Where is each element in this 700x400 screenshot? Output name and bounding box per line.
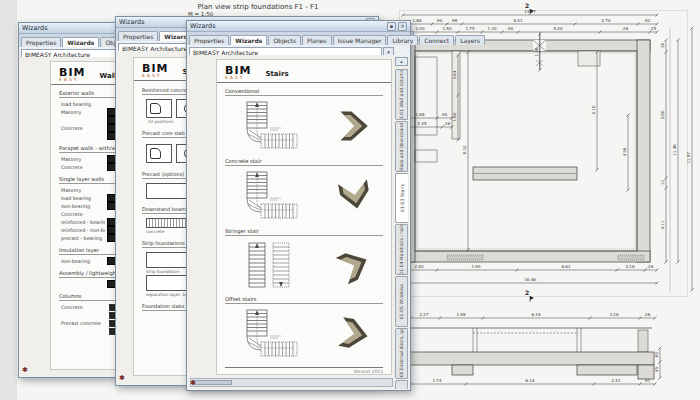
tab-properties[interactable]: Properties [21,37,61,47]
svg-text:.26: .26 [647,264,654,269]
wall-type-label: non-bearing [61,204,105,209]
svg-text:.90: .90 [436,18,443,23]
scrollbar-thumb[interactable] [192,380,232,385]
wall-type-label: load bearing [61,196,105,201]
svg-text:.90: .90 [507,26,514,31]
svg-text:11.97: 11.97 [686,152,691,164]
side-tab-01-01[interactable]: 01-01 Wall and columns [395,69,408,120]
svg-text:.25: .25 [650,26,657,31]
svg-text:2: 2 [525,2,529,9]
side-tab-01-06[interactable]: 01-06 External doors, gates [395,328,408,379]
svg-text:1.88: 1.88 [416,112,425,117]
close-icon[interactable]: ✕ [398,22,407,31]
svg-text:5.10: 5.10 [591,105,596,114]
svg-text:16.46: 16.46 [524,277,536,282]
svg-text:3.64: 3.64 [452,70,457,79]
svg-text:2: 2 [525,289,529,296]
tab-planes[interactable]: Planes [302,35,332,45]
stair-plan-diagram[interactable] [237,170,301,222]
window-title: Wizards [119,17,145,27]
stair-arrow-icon[interactable] [335,245,375,285]
svg-text:.26: .26 [644,312,651,317]
wall-type-label: Concrete [61,212,105,217]
stair-arrow-icon[interactable] [335,176,375,216]
wizards-window-stairs: Wizards ▪ ✕ PropertiesWizardsObjectsPlan… [186,20,411,391]
side-tab-01-03[interactable]: 01-03 Stairs [395,173,408,224]
svg-text:1.75: 1.75 [466,26,475,31]
svg-text:.60: .60 [654,351,659,358]
svg-text:.92: .92 [644,18,651,23]
svg-text:2.41: 2.41 [612,378,621,383]
tab-objects[interactable]: Objects [268,35,301,45]
wall-type-label: Concrete [61,305,105,310]
svg-text:4.56: 4.56 [622,147,627,156]
svg-text:.98: .98 [451,18,458,23]
panel-title: Stairs [265,70,288,80]
stair-plan-diagram[interactable] [237,240,301,290]
side-tab-label: 01-03 Stairs [400,184,405,212]
svg-text:3.80: 3.80 [660,110,665,119]
svg-text:1.86: 1.86 [413,18,422,23]
tab-layers[interactable]: Layers [455,35,485,45]
stair-section-stringer: Stringer stair [217,228,391,291]
svg-text:1.36: 1.36 [534,47,539,56]
svg-text:.45: .45 [654,366,659,373]
side-tab-01-04[interactable]: 01-04 Handrails / rails [395,224,408,275]
svg-text:1.90: 1.90 [472,264,481,269]
wall-type-label: Masonry [61,157,105,162]
stair-plan-diagram[interactable] [237,308,301,360]
tab-wizards[interactable]: Wizards [62,37,99,47]
canvas-left-margin [0,0,17,400]
application-stage: 13.271.86.90.988.012.70.922.401.501.751.… [0,0,700,400]
svg-text:2.27: 2.27 [420,312,429,317]
wall-type-label: reinforced - non-bearing [61,228,105,233]
tab-wizards[interactable]: Wizards [230,35,267,45]
svg-text:4.11: 4.11 [660,220,665,229]
svg-text:1.50: 1.50 [443,26,452,31]
side-tab-label: 01-02 Slabs and downstand beams [399,121,404,172]
tab-library[interactable]: Library [387,35,418,45]
svg-text:6.61: 6.61 [562,264,571,269]
wizard-content: BIM EASY Stairs Conventional Concrete st… [188,55,409,389]
wizard-side-tab-strip: ▴ 01-01 Wall and columns01-02 Slabs and … [395,57,408,376]
svg-text:1.30: 1.30 [488,26,497,31]
side-tab-01-05[interactable]: 01-05 Windows [395,276,408,327]
svg-text:6.16: 6.16 [526,378,535,383]
scroll-up-icon[interactable]: ▴ [395,57,408,66]
tab-issue-manager[interactable]: Issue Manager [333,35,387,45]
wizard-badge-icon[interactable]: ✱ [119,374,125,382]
tab-properties[interactable]: Properties [118,31,158,41]
svg-text:2.45: 2.45 [418,121,427,126]
tab-strip: PropertiesWizardsObjectsPlanesIssue Mana… [187,32,410,45]
slab-thumbnail-slab[interactable] [146,144,172,163]
svg-text:8.10: 8.10 [462,145,467,154]
wall-type-label: precast - bearing [61,236,105,241]
section-header: Concrete stair [225,158,383,166]
tab-properties[interactable]: Properties [189,35,229,45]
horizontal-scrollbar[interactable] [190,378,393,387]
wizard-badge-icon[interactable]: ✱ [22,366,28,374]
stair-section-concrete: Concrete stair [217,158,391,223]
wall-type-label: Precast concrete [61,321,105,326]
wall-type-label: Masonry [61,110,105,115]
tab-connect[interactable]: Connect [419,35,454,45]
side-tab-01-07[interactable]: 01-07 doors [395,380,408,389]
svg-text:2.40: 2.40 [416,26,425,31]
window-title: Wizards [22,23,48,33]
window-titlebar[interactable]: Wizards ▪ ✕ [187,21,410,32]
help-icon[interactable]: ▪ [387,22,396,31]
svg-text:Plan view strip foundations F1: Plan view strip foundations F1 - F1 [198,3,319,11]
slab-thumbnail-slab[interactable] [146,99,172,118]
svg-text:.12: .12 [660,179,665,186]
side-tab-01-02[interactable]: 01-02 Slabs and downstand beams [395,121,408,172]
bimeasy-logo: BIM [142,64,168,73]
stair-arrow-icon[interactable] [335,106,375,146]
stair-arrow-icon[interactable] [335,314,375,354]
side-tab-label: 01-05 Windows [399,284,404,319]
wizard-sheet: BIM EASY Stairs Conventional Concrete st… [216,59,392,375]
wizard-badge-icon[interactable]: ✱ [190,379,196,387]
svg-text:2.40: 2.40 [415,264,424,269]
section-header: Stringer stair [225,228,383,236]
stair-plan-diagram[interactable] [237,100,301,152]
window-title: Wizards [190,21,216,31]
